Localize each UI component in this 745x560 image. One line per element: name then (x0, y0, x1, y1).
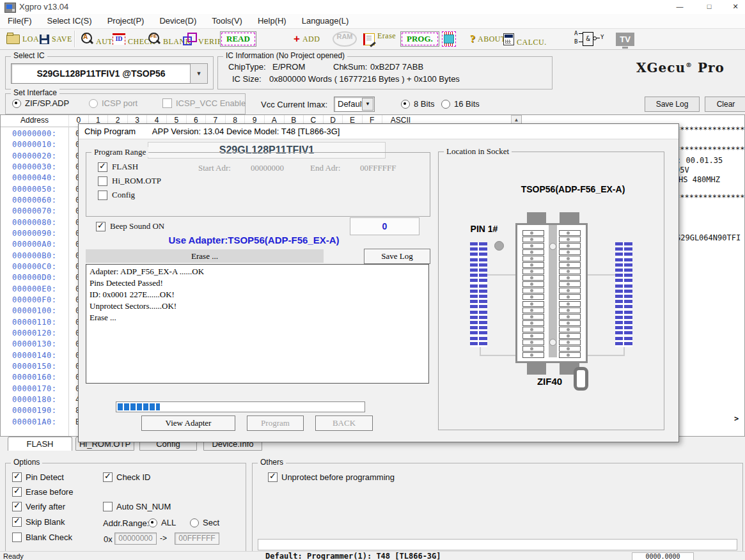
unprotect-checkbox[interactable]: Unprotect before programming (268, 472, 395, 482)
socket-slot (559, 268, 581, 274)
16bits-radio[interactable]: 16 Bits (441, 99, 480, 109)
end-adr-label: End Adr: (310, 163, 340, 173)
flash-checkbox[interactable]: FLASH (98, 162, 138, 172)
status-counter: 0000.0000 (632, 552, 694, 560)
add-button[interactable]: + ADD (294, 29, 320, 49)
magnifier-fe-icon: FE (148, 32, 161, 46)
8bits-radio[interactable]: 8 Bits (401, 99, 435, 109)
side-text: : 00.01.35 (677, 156, 723, 165)
prog-button[interactable]: PROG. (400, 29, 439, 49)
beep-sound-checkbox[interactable]: Beep Sound ON (96, 221, 164, 231)
maximize-button[interactable]: □ (700, 0, 719, 13)
menu-item-1[interactable]: File(F) (0, 14, 40, 27)
calculator-icon (503, 33, 514, 45)
check-id-checkbox[interactable]: Check ID (103, 472, 150, 482)
ic-dropdown-button[interactable]: ▼ (190, 63, 208, 84)
erase-button[interactable]: Erase (363, 29, 396, 49)
title-bar: Xgpro v13.04 — □ ✕ (0, 0, 745, 14)
dialog-title-bar[interactable]: Chip Program APP Version: 13.04 Device M… (79, 124, 678, 139)
menu-item-3[interactable]: Project(P) (100, 14, 152, 27)
program-button: Program (247, 416, 304, 431)
addr-range-label: Addr.Range: (103, 518, 149, 528)
calcu-button[interactable]: CALCU. (503, 29, 547, 49)
operation-log[interactable]: Adapter: ADP_F56_EX-A ......OK Pins Dete… (86, 264, 429, 384)
hex-address: 000000B0: (12, 251, 57, 260)
menu-item-4[interactable]: Device(D) (152, 14, 204, 27)
socket-slot (522, 327, 544, 332)
progress-fill (118, 403, 160, 410)
overlap-squares-icon (183, 33, 196, 45)
zif-radio[interactable]: ZIF/SP.ADP (12, 98, 69, 108)
socket-slot (559, 352, 581, 358)
hex-address: 00000050: (12, 185, 57, 194)
vcc-dropdown-arrow[interactable]: ▼ (362, 98, 373, 111)
chip-id-icon: ID (113, 33, 125, 45)
logic-test-button[interactable]: AB & Y (574, 29, 604, 49)
tab-flash[interactable]: FLASH (8, 437, 72, 451)
socket-screw (549, 243, 556, 250)
dialog-title: Chip Program (84, 127, 136, 136)
hex-address: 00000150: (12, 362, 57, 371)
socket-slot (559, 339, 581, 345)
save-log-button[interactable]: Save Log (645, 97, 700, 112)
menu-item-2[interactable]: Select IC(S) (40, 14, 100, 27)
verify-after-checkbox[interactable]: Verify after (12, 502, 65, 511)
addr-range-all-radio[interactable]: ALL (148, 518, 176, 527)
menu-item-6[interactable]: Help(H) (250, 14, 294, 27)
auto-sn-num-checkbox[interactable]: Auto SN_NUM (103, 502, 171, 511)
side-text: S29GL064N90TFI (676, 233, 741, 242)
selected-ic-combobox[interactable]: S29GL128P11TFIV1 @TSOP56 (11, 63, 191, 84)
chip-test-button[interactable] (442, 29, 456, 49)
socket-slot (559, 275, 581, 281)
range-to-input[interactable]: 00FFFFFF (175, 533, 219, 545)
hex-column-Address: Address (1, 115, 69, 127)
scroll-right-arrow[interactable]: > (734, 414, 739, 423)
hex-address: 000001A0: (12, 417, 57, 426)
hex-address: 00000170: (12, 384, 57, 393)
vcc-imax-select[interactable]: Default ▼ (334, 97, 375, 112)
view-adapter-button[interactable]: View Adapter (141, 416, 235, 431)
pin1-label: PIN 1# (462, 224, 506, 234)
icsp-vcc-checkbox: ICSP_VCC Enable (162, 98, 246, 108)
save-button[interactable]: SAVE (40, 29, 72, 49)
skip-blank-checkbox[interactable]: Skip Blank (12, 517, 65, 527)
menu-bar: File(F)Select IC(S)Project(P)Device(D)To… (0, 14, 745, 29)
side-text: **************** (675, 125, 745, 134)
status-bar: Ready Default: Programmer(1): T48 [TL866… (0, 551, 745, 560)
hex-address: 00000120: (12, 329, 57, 338)
hex-address: 00000060: (12, 196, 57, 205)
menu-item-5[interactable]: Tools(V) (204, 14, 250, 27)
zif40-label: ZIF40 (515, 376, 584, 387)
hex-address: 00000190: (12, 406, 57, 415)
erase-before-checkbox[interactable]: Erase before (12, 487, 73, 497)
pin-detect-checkbox[interactable]: Pin Detect (12, 472, 64, 482)
socket-slot (559, 294, 581, 300)
range-from-input[interactable]: 00000000 (114, 533, 157, 545)
socket-slot (559, 288, 581, 293)
blank-check-checkbox[interactable]: Blank Check (12, 533, 72, 542)
chksum-label: ChkSum: (333, 62, 367, 72)
clear-button[interactable]: Clear (705, 97, 745, 112)
close-button[interactable]: ✕ (726, 0, 745, 13)
socket-slot (522, 243, 544, 249)
read-button[interactable]: READ (220, 29, 256, 49)
dialog-save-log-button[interactable]: Save Log (364, 249, 430, 264)
socket-slot (522, 237, 544, 242)
minimize-button[interactable]: — (670, 0, 689, 13)
chiptype-value: E/PROM (272, 62, 305, 72)
tv-button[interactable]: TV (616, 29, 634, 49)
hi-rom-otp-checkbox[interactable]: Hi_ROM.OTP (98, 176, 161, 186)
socket-slot (522, 314, 544, 320)
hex-address: 000000E0: (12, 284, 57, 293)
log-line: Erase ... (90, 312, 425, 323)
config-checkbox[interactable]: Config (98, 190, 135, 200)
chksum-value: 0xB2D7 7ABB (370, 62, 423, 72)
addr-range-sect-radio[interactable]: Sect (190, 518, 219, 527)
counter-box: 0 (350, 217, 420, 235)
socket-slot (559, 243, 581, 249)
menu-item-7[interactable]: Language(L) (294, 14, 357, 27)
plus-icon: + (294, 35, 300, 43)
hex-address: 00000020: (12, 152, 57, 160)
hex-address: 00000160: (12, 373, 57, 382)
about-button[interactable]: ? ABOUT (470, 29, 506, 49)
